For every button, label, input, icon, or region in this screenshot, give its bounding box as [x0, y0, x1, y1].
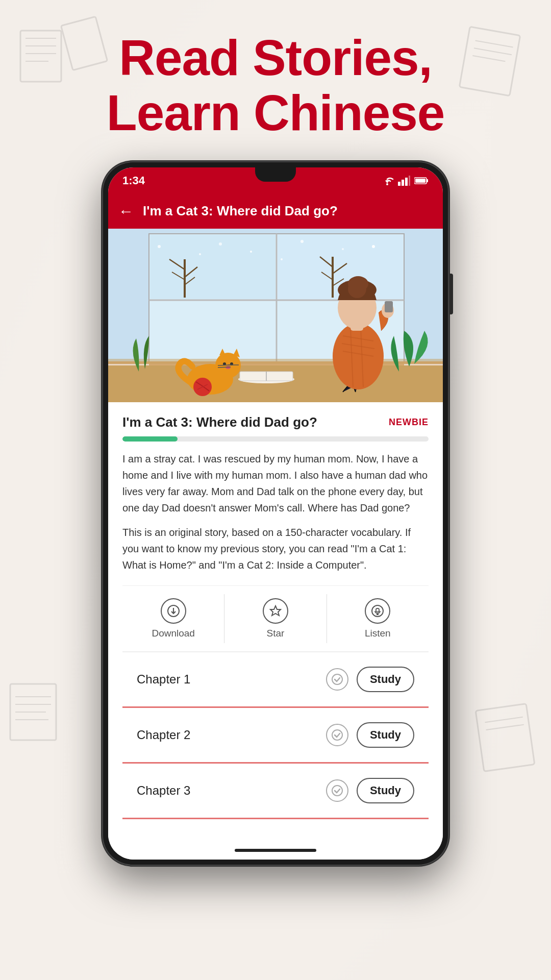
- svg-point-44: [219, 242, 222, 246]
- svg-point-92: [332, 786, 342, 796]
- svg-point-45: [250, 251, 252, 253]
- chapter-item-1: Chapter 1 Study: [122, 652, 429, 708]
- progress-bar-fill: [122, 436, 178, 442]
- svg-rect-51: [108, 359, 443, 364]
- story-description: I am a stray cat. I was rescued by my hu…: [122, 451, 429, 516]
- chapter-3-study-button[interactable]: Study: [357, 778, 414, 803]
- chapter-1-check: [326, 668, 348, 691]
- svg-rect-24: [427, 179, 428, 182]
- chapter-1-actions: Study: [326, 667, 414, 692]
- chapter-1-name: Chapter 1: [137, 672, 190, 687]
- battery-icon: [414, 177, 429, 185]
- svg-point-90: [332, 674, 342, 684]
- star-icon: [263, 598, 288, 624]
- chapter-item-3: Chapter 3 Study: [122, 764, 429, 819]
- chapter-3-check: [326, 779, 348, 802]
- chapter-3-name: Chapter 3: [137, 783, 190, 798]
- svg-rect-54: [108, 365, 443, 402]
- svg-rect-83: [385, 301, 393, 312]
- chapter-list: Chapter 1 Study Chapter: [122, 652, 429, 819]
- story-title-row: I'm a Cat 3: Where did Dad go? NEWBIE: [122, 414, 429, 430]
- svg-rect-19: [398, 182, 400, 186]
- signal-icon: [398, 176, 410, 186]
- download-icon: [161, 598, 186, 624]
- content-area: I'm a Cat 3: Where did Dad go? NEWBIE I …: [108, 402, 443, 841]
- level-badge: NEWBIE: [389, 417, 429, 428]
- svg-marker-86: [270, 606, 281, 616]
- scene-svg: [108, 229, 443, 402]
- phone-device: 1:34: [102, 161, 449, 866]
- svg-point-43: [199, 253, 201, 255]
- svg-rect-22: [409, 176, 410, 186]
- chapter-2-name: Chapter 2: [137, 728, 190, 742]
- story-title: I'm a Cat 3: Where did Dad go?: [122, 414, 317, 430]
- svg-point-18: [386, 183, 388, 185]
- download-button[interactable]: Download: [122, 594, 224, 643]
- svg-point-47: [342, 248, 344, 250]
- svg-point-42: [158, 245, 161, 248]
- download-label: Download: [152, 628, 195, 639]
- chapter-item-2: Chapter 2 Study: [122, 708, 429, 764]
- status-time: 1:34: [122, 174, 145, 187]
- svg-line-68: [218, 367, 231, 368]
- listen-icon: [365, 598, 390, 624]
- chapter-3-actions: Study: [326, 778, 414, 803]
- notch: [255, 167, 296, 182]
- phone-screen: 1:34: [108, 167, 443, 860]
- progress-bar-container: [122, 436, 429, 442]
- status-icons: [381, 176, 429, 186]
- svg-rect-30: [150, 235, 276, 299]
- svg-point-81: [348, 276, 368, 291]
- svg-rect-20: [402, 180, 404, 186]
- svg-rect-21: [405, 178, 408, 186]
- svg-point-48: [372, 245, 375, 248]
- phone-wrapper: 1:34: [0, 161, 551, 866]
- back-button[interactable]: ←: [118, 203, 134, 220]
- svg-point-49: [281, 258, 283, 260]
- chapter-2-actions: Study: [326, 722, 414, 748]
- wifi-icon: [381, 176, 394, 186]
- star-button[interactable]: Star: [224, 594, 326, 643]
- svg-point-46: [300, 240, 304, 243]
- svg-rect-25: [415, 179, 425, 183]
- svg-point-91: [332, 730, 342, 740]
- home-indicator: [108, 841, 443, 860]
- listen-button[interactable]: Listen: [327, 594, 429, 643]
- header-section: Read Stories, Learn Chinese: [0, 0, 551, 161]
- chapter-1-study-button[interactable]: Study: [357, 667, 414, 692]
- action-buttons-row: Download Star: [122, 585, 429, 652]
- app-bar-title: I'm a Cat 3: Where did Dad go?: [143, 203, 338, 219]
- app-bar: ← I'm a Cat 3: Where did Dad go?: [108, 194, 443, 229]
- status-bar: 1:34: [108, 167, 443, 194]
- star-label: Star: [267, 628, 285, 639]
- header-title: Read Stories, Learn Chinese: [31, 31, 520, 141]
- chapter-2-check: [326, 724, 348, 746]
- listen-label: Listen: [365, 628, 391, 639]
- chapter-2-study-button[interactable]: Study: [357, 722, 414, 748]
- home-bar: [235, 849, 316, 852]
- story-image: [108, 229, 443, 402]
- svg-point-71: [333, 323, 384, 389]
- story-note: This is an original story, based on a 15…: [122, 524, 429, 573]
